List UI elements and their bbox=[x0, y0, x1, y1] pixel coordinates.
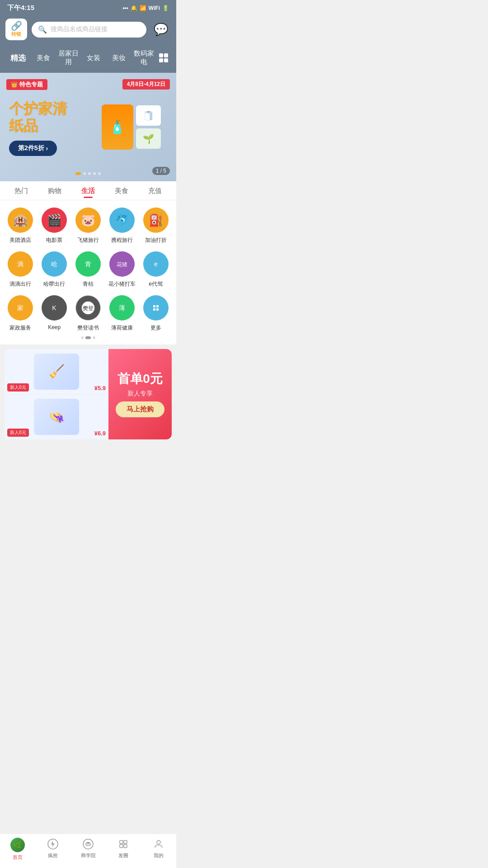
svg-text:哈: 哈 bbox=[51, 260, 57, 268]
banner-dots bbox=[75, 172, 101, 175]
status-icons: ••• 🔔 📶 WiFi 🔋 bbox=[122, 5, 169, 11]
tab-shopping[interactable]: 购物 bbox=[38, 181, 71, 200]
svg-text:花猪: 花猪 bbox=[117, 261, 127, 268]
tab-food[interactable]: 美食 bbox=[105, 181, 138, 200]
edaijia-icon: e bbox=[143, 251, 169, 277]
service-fliggy[interactable]: 🐷 飞猪旅行 bbox=[71, 208, 105, 244]
ctrip-label: 携程旅行 bbox=[111, 236, 133, 244]
category-home[interactable]: 居家日用 bbox=[56, 47, 81, 68]
promo-section: 🧹 新人0元 ¥5.9 👒 新人0元 ¥6.9 首单0元 新人专享 马上抢购 bbox=[5, 349, 172, 439]
jiajia-icon: 家 bbox=[8, 295, 33, 321]
svg-text:e: e bbox=[154, 260, 158, 268]
keep-icon: K bbox=[42, 295, 67, 321]
service-hellobike[interactable]: 哈 哈啰出行 bbox=[38, 251, 71, 288]
service-keep[interactable]: K Keep bbox=[38, 295, 71, 332]
service-mint[interactable]: 薄 薄荷健康 bbox=[105, 295, 139, 332]
svg-text:樊登: 樊登 bbox=[83, 305, 94, 311]
banner-tag-label: 特色专题 bbox=[19, 80, 43, 89]
tab-recharge[interactable]: 充值 bbox=[138, 181, 172, 200]
service-meituan[interactable]: 🏨 美团酒店 bbox=[4, 208, 38, 244]
banner-cta-button[interactable]: 第2件5折 › bbox=[9, 141, 57, 156]
svg-rect-21 bbox=[153, 308, 155, 311]
meituan-icon: 🏨 bbox=[8, 208, 33, 233]
promo-item-2[interactable]: 👒 新人0元 ¥6.9 bbox=[5, 395, 108, 440]
page-dot-2 bbox=[85, 336, 91, 339]
category-digital[interactable]: 数码家电 bbox=[131, 47, 156, 68]
status-bar: 下午4:15 ••• 🔔 📶 WiFi 🔋 bbox=[0, 0, 176, 15]
movie-label: 电影票 bbox=[46, 236, 62, 244]
signal-icon: 📶 bbox=[140, 5, 146, 11]
svg-text:滴: 滴 bbox=[17, 260, 23, 268]
message-button[interactable]: 💬 bbox=[151, 19, 171, 39]
service-ctrip[interactable]: 🐬 携程旅行 bbox=[105, 208, 139, 244]
service-didi[interactable]: 滴 滴滴出行 bbox=[4, 251, 38, 288]
dot-1 bbox=[75, 172, 81, 175]
mint-icon: 薄 bbox=[109, 295, 135, 321]
gas-label: 加油打折 bbox=[145, 236, 167, 244]
page-dot-3 bbox=[93, 336, 95, 339]
more-icon bbox=[143, 295, 169, 321]
crown-icon: 👑 bbox=[11, 81, 18, 88]
service-qingju[interactable]: 青 青桔 bbox=[71, 251, 105, 288]
promo-product-1: 🧹 bbox=[34, 354, 79, 390]
svg-text:家: 家 bbox=[17, 304, 23, 311]
svg-text:K: K bbox=[52, 304, 57, 311]
edaijia-label: e代驾 bbox=[149, 280, 163, 288]
logo-icon: 🔗 bbox=[11, 21, 22, 30]
category-grid-button[interactable] bbox=[156, 51, 171, 65]
huaxiaozhu-icon: 花猪 bbox=[109, 251, 135, 277]
logo-button[interactable]: 🔗 转链 bbox=[5, 19, 27, 40]
tab-hot[interactable]: 热门 bbox=[5, 181, 38, 200]
status-time: 下午4:15 bbox=[7, 4, 34, 12]
meituan-label: 美团酒店 bbox=[9, 236, 31, 244]
header: 🔗 转链 🔍 搜商品名或商品链接 💬 bbox=[0, 15, 176, 44]
search-input[interactable]: 搜商品名或商品链接 bbox=[51, 25, 108, 33]
category-food[interactable]: 美食 bbox=[31, 52, 56, 64]
fliggy-icon: 🐷 bbox=[75, 208, 101, 233]
category-beauty[interactable]: 美妆 bbox=[106, 52, 131, 64]
bell-icon: 🔔 bbox=[131, 5, 137, 11]
banner-indicator: 1 / 5 bbox=[152, 167, 170, 175]
search-icon: 🔍 bbox=[38, 25, 47, 34]
ctrip-icon: 🐬 bbox=[109, 208, 135, 233]
qingju-label: 青桔 bbox=[83, 280, 94, 288]
service-fandeng[interactable]: 樊登 樊登读书 bbox=[71, 295, 105, 332]
arrow-icon: › bbox=[46, 145, 48, 152]
dot-5 bbox=[98, 172, 101, 175]
service-more[interactable]: 更多 bbox=[139, 295, 173, 332]
fandeng-icon: 樊登 bbox=[75, 295, 101, 321]
more-label: 更多 bbox=[150, 324, 161, 332]
banner[interactable]: 👑 特色专题 4月8日-4月12日 个护家清纸品 第2件5折 › 🧴 🧻 🌱 1… bbox=[0, 73, 176, 181]
page-dot-1 bbox=[81, 336, 84, 339]
promo-badge-1: 新人0元 bbox=[7, 383, 29, 392]
category-selected[interactable]: 精选 bbox=[5, 51, 31, 65]
svg-text:薄: 薄 bbox=[119, 304, 125, 311]
banner-products: 🧴 🧻 🌱 bbox=[86, 82, 176, 172]
service-gas[interactable]: ⛽ 加油打折 bbox=[139, 208, 173, 244]
service-huaxiaozhu[interactable]: 花猪 花小猪打车 bbox=[105, 251, 139, 288]
didi-label: 滴滴出行 bbox=[9, 280, 31, 288]
svg-rect-20 bbox=[156, 305, 159, 307]
tab-life[interactable]: 生活 bbox=[71, 181, 105, 200]
promo-price-2: ¥6.9 bbox=[94, 430, 106, 437]
svg-rect-19 bbox=[153, 305, 155, 307]
logo-label: 转链 bbox=[11, 31, 21, 38]
banner-tag: 👑 特色专题 bbox=[6, 79, 47, 90]
service-movie[interactable]: 🎬 电影票 bbox=[38, 208, 71, 244]
gas-icon: ⛽ bbox=[143, 208, 169, 233]
message-icon: 💬 bbox=[154, 23, 168, 37]
services-grid: 🏨 美团酒店 🎬 电影票 🐷 飞猪旅行 🐬 携程旅行 ⛽ 加油打折 滴 滴滴出行 bbox=[0, 208, 176, 332]
promo-cta-button[interactable]: 马上抢购 bbox=[116, 401, 164, 417]
search-bar[interactable]: 🔍 搜商品名或商品链接 bbox=[32, 22, 146, 38]
service-jiajia[interactable]: 家 家政服务 bbox=[4, 295, 38, 332]
category-fashion[interactable]: 女装 bbox=[81, 52, 106, 64]
promo-item-1[interactable]: 🧹 新人0元 ¥5.9 bbox=[5, 349, 108, 395]
service-edaijia[interactable]: e e代驾 bbox=[139, 251, 173, 288]
grid-icon bbox=[159, 53, 168, 62]
services-section: 🏨 美团酒店 🎬 电影票 🐷 飞猪旅行 🐬 携程旅行 ⛽ 加油打折 滴 滴滴出行 bbox=[0, 200, 176, 344]
keep-label: Keep bbox=[48, 324, 61, 330]
promo-right-sub: 新人专享 bbox=[127, 390, 153, 398]
tab-nav: 热门 购物 生活 美食 充值 bbox=[0, 181, 176, 200]
fliggy-label: 飞猪旅行 bbox=[77, 236, 99, 244]
promo-price-1: ¥5.9 bbox=[94, 385, 106, 392]
